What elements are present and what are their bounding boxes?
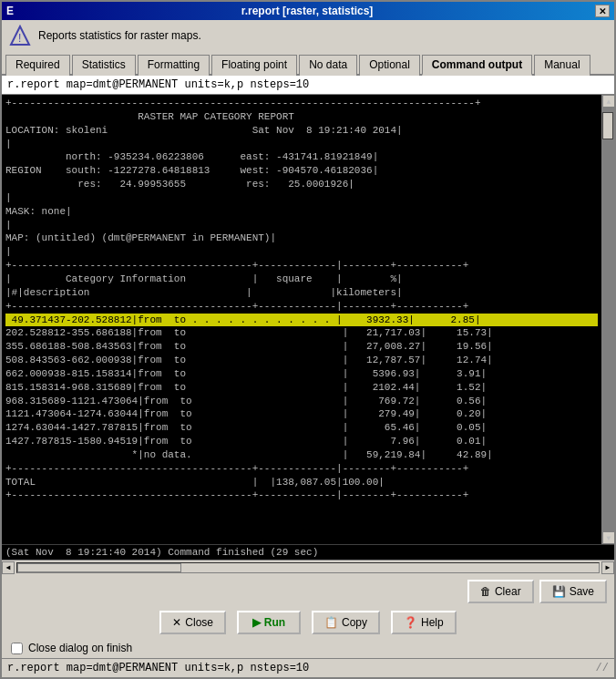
scroll-thumb[interactable] — [602, 112, 613, 139]
vertical-scrollbar[interactable]: ▲ ▼ — [601, 95, 614, 544]
output-line: res: 24.99953655 res: 25.0001926| — [5, 178, 598, 191]
copy-label: Copy — [342, 616, 367, 629]
run-icon: ▶ — [252, 616, 261, 629]
checkbox-row: Close dialog on finish — [2, 638, 614, 658]
output-area: +---------------------------------------… — [2, 95, 614, 544]
scroll-left-button[interactable]: ◀ — [2, 561, 15, 574]
tab-floating-point[interactable]: Floating point — [211, 55, 297, 76]
tab-required[interactable]: Required — [5, 55, 70, 76]
help-icon: ❓ — [404, 616, 417, 629]
scroll-up-button[interactable]: ▲ — [602, 95, 614, 108]
output-line: +---------------------------------------… — [5, 489, 598, 502]
help-button[interactable]: ❓ Help — [391, 611, 457, 634]
run-button[interactable]: ▶ Run — [237, 611, 301, 634]
output-line: | — [5, 138, 598, 151]
output-line: 49.371437-202.528812|from to . . . . . .… — [5, 314, 598, 327]
close-on-finish-checkbox[interactable] — [11, 643, 23, 654]
output-line: 662.000938-815.158314|from to | 5396.93|… — [5, 367, 598, 381]
status-bottom: r.report map=dmt@PERMANENT units=k,p nst… — [2, 658, 614, 677]
output-line: | — [5, 219, 598, 232]
output-line: MASK: none| — [5, 205, 598, 219]
output-line: MAP: (untitled) (dmt@PERMANENT in PERMAN… — [5, 231, 598, 245]
scroll-track[interactable] — [602, 108, 614, 531]
output-line: +---------------------------------------… — [5, 259, 598, 273]
tab-statistics[interactable]: Statistics — [72, 55, 136, 76]
status-bottom-text: r.report map=dmt@PERMANENT units=k,p nst… — [7, 662, 309, 674]
tab-optional[interactable]: Optional — [359, 55, 420, 76]
copy-button[interactable]: 📋 Copy — [312, 611, 380, 634]
output-line: LOCATION: skoleni Sat Nov 8 19:21:40 201… — [5, 124, 598, 138]
output-line: 1427.787815-1580.94519|from to | 7.96| 0… — [5, 435, 598, 448]
output-line: 508.843563-662.000938|from to | 12,787.5… — [5, 354, 598, 367]
output-scroll[interactable]: +---------------------------------------… — [2, 95, 601, 544]
command-bar: r.report map=dmt@PERMANENT units=k,p nst… — [2, 76, 614, 95]
save-button[interactable]: 💾 Save — [539, 580, 607, 603]
window-close-button[interactable]: ✕ — [595, 5, 610, 17]
output-line: 202.528812-355.686188|from to | 21,717.0… — [5, 326, 598, 340]
save-label: Save — [570, 585, 594, 598]
output-line: |#|description | |kilometers| — [5, 286, 598, 300]
output-line: | Category Information | square | %| — [5, 273, 598, 286]
close-label: Close — [185, 616, 213, 629]
copy-icon: 📋 — [324, 616, 338, 629]
tab-no-data[interactable]: No data — [299, 55, 357, 76]
output-line: +---------------------------------------… — [5, 462, 598, 476]
clear-button[interactable]: 🗑 Clear — [467, 580, 534, 603]
tab-formatting[interactable]: Formatting — [138, 55, 210, 76]
output-line: REGION south: -1227278.64818813 west: -9… — [5, 164, 598, 178]
h-scroll-track[interactable] — [16, 562, 600, 573]
scroll-down-button[interactable]: ▼ — [602, 531, 614, 544]
scroll-right-button[interactable]: ▶ — [601, 561, 614, 574]
tab-manual[interactable]: Manual — [534, 55, 590, 76]
output-line: RASTER MAP CATEGORY REPORT — [5, 110, 598, 124]
output-line: *|no data. | 59,219.84| 42.89| — [5, 448, 598, 462]
output-line: +---------------------------------------… — [5, 300, 598, 314]
save-icon: 💾 — [552, 585, 566, 598]
close-on-finish-label: Close dialog on finish — [28, 642, 132, 654]
h-scroll-thumb[interactable] — [17, 563, 181, 572]
command-status: (Sat Nov 8 19:21:40 2014) Command finish… — [2, 544, 614, 560]
horizontal-scrollbar[interactable]: ◀ ▶ — [2, 560, 614, 574]
info-icon: ! — [9, 25, 31, 46]
output-line: 968.315689-1121.473064|from to | 769.72|… — [5, 395, 598, 408]
top-button-row: 🗑 Clear 💾 Save — [2, 574, 614, 607]
close-button[interactable]: ✕ Close — [159, 611, 226, 634]
resize-icon: // — [596, 662, 609, 674]
clear-icon: 🗑 — [480, 585, 491, 598]
close-icon: ✕ — [172, 616, 181, 629]
svg-text:!: ! — [18, 32, 21, 45]
window-title: r.report [raster, statistics] — [19, 5, 595, 17]
main-window: E r.report [raster, statistics] ✕ ! Repo… — [0, 0, 616, 679]
tab-command-output[interactable]: Command output — [422, 55, 532, 76]
help-label: Help — [421, 616, 444, 629]
output-line: 815.158314-968.315689|from to | 2102.44|… — [5, 381, 598, 395]
clear-label: Clear — [495, 585, 521, 598]
output-line: 355.686188-508.843563|from to | 27,008.2… — [5, 340, 598, 354]
output-line: +---------------------------------------… — [5, 97, 598, 110]
run-label: Run — [264, 616, 285, 629]
tabs-bar: Required Statistics Formatting Floating … — [2, 51, 614, 76]
title-bar: E r.report [raster, statistics] ✕ — [2, 2, 614, 20]
info-text: Reports statistics for raster maps. — [38, 29, 201, 42]
output-line: | — [5, 245, 598, 259]
output-line: north: -935234.06223806 east: -431741.81… — [5, 150, 598, 164]
output-line: 1121.473064-1274.63044|from to | 279.49|… — [5, 407, 598, 421]
output-line: TOTAL | |138,087.05|100.00| — [5, 476, 598, 489]
bottom-button-row: ✕ Close ▶ Run 📋 Copy ❓ Help — [2, 607, 614, 638]
app-icon: E — [6, 5, 14, 17]
output-line: 1274.63044-1427.787815|from to | 65.46| … — [5, 421, 598, 435]
output-line: | — [5, 191, 598, 205]
info-bar: ! Reports statistics for raster maps. — [2, 20, 614, 51]
